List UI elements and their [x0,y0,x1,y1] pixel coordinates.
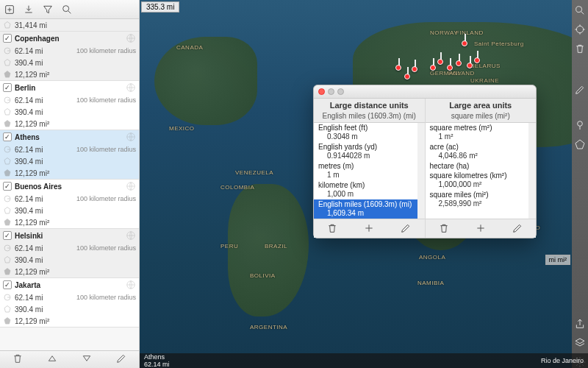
radius-icon [3,46,12,55]
checkbox[interactable]: ✓ [3,231,12,240]
map-label: BELARUS [470,63,501,69]
map-pin[interactable] [395,65,401,71]
map-label: VENEZUELA [235,169,273,176]
add-unit-button[interactable] [363,222,375,236]
checkbox[interactable]: ✓ [3,182,12,191]
map-label: NORWAY [430,29,458,36]
import-down-button[interactable] [22,3,35,16]
unit-item[interactable]: English yards (yd)0.9144028 m [314,142,417,161]
area-value: 12,129 mi² [15,169,49,177]
radius-icon [3,145,12,154]
trash-button[interactable] [574,43,586,54]
delete-unit-button[interactable] [326,222,338,236]
list-item[interactable]: ✓Berlin62.14 mi100 kilometer radius390.4… [0,81,139,130]
minimize-icon[interactable] [328,88,334,95]
column-subtitle: English miles (1609.3m) (mi) [314,112,425,123]
add-location-button[interactable] [3,3,16,16]
perimeter-icon [3,305,12,314]
map-pin[interactable] [462,40,467,46]
perimeter-value: 390.4 mi [15,305,43,314]
pin-tool-button[interactable] [574,119,586,131]
unit-indicator[interactable]: mi mi² [545,255,571,265]
map-pin[interactable] [467,63,473,68]
radius-note: 100 kilometer radius [76,47,136,54]
list-item[interactable]: ✓Athens62.14 mi100 kilometer radius390.4… [0,130,139,180]
unit-item[interactable]: square miles (mi²)2,589,990 m² [426,190,529,209]
radius-icon [3,96,12,105]
edit-unit-button[interactable] [512,222,523,236]
move-down-button[interactable] [81,353,93,367]
radius-value: 62.14 mi [15,195,43,203]
perimeter-icon [3,107,12,116]
zoom-icon[interactable] [337,88,344,95]
zoom-fit-button[interactable] [574,4,586,16]
map-pin[interactable] [404,74,410,79]
list-item[interactable]: ✓Buenos Aires62.14 mi100 kilometer radiu… [0,180,139,229]
unit-item[interactable]: acre (ac)4,046.86 m² [426,142,529,161]
svg-point-29 [578,121,583,127]
share-button[interactable] [574,318,586,330]
globe-icon[interactable] [126,230,136,241]
svg-point-28 [576,26,583,32]
location-list[interactable]: 31,414 mi ✓Copenhagen62.14 mi100 kilomet… [0,19,139,350]
area-value: 12,129 mi² [15,317,49,325]
search-button[interactable] [60,3,74,16]
move-up-button[interactable] [46,353,58,367]
map-pin[interactable] [412,66,417,72]
unit-item[interactable]: English feet (ft)0.3048 m [314,123,417,142]
unit-item[interactable]: square metres (m²)1 m² [426,123,529,142]
svg-marker-9 [4,109,10,116]
area-icon [3,21,12,29]
map-pin[interactable] [437,59,443,65]
edit-unit-button[interactable] [400,222,412,236]
area-icon [3,316,12,325]
layers-button[interactable] [574,337,586,349]
unit-item[interactable]: square kilometres (km²)1,000,000 m² [426,171,529,190]
list-item[interactable]: ✓Helsinki62.14 mi100 kilometer radius390… [0,229,139,278]
perimeter-icon [3,255,12,264]
list-item[interactable]: 31,414 mi [0,19,139,32]
radius-icon [3,194,12,203]
globe-icon[interactable] [126,181,136,191]
checkbox[interactable]: ✓ [3,280,12,289]
globe-icon[interactable] [126,280,136,290]
radius-icon [3,293,12,302]
edit-button[interactable] [115,353,127,367]
globe-icon[interactable] [126,33,136,43]
area-unit-list[interactable]: square metres (m²)1 m²acre (ac)4,046.86 … [426,123,537,219]
map-pin[interactable] [447,65,453,71]
column-title: Large area units [426,99,537,112]
checkbox[interactable]: ✓ [3,83,12,92]
unit-item[interactable]: metres (m)1 m [314,161,417,180]
map-pin[interactable] [474,57,480,63]
unit-item[interactable]: English miles (1609.3m) (mi)1,609.34 m [314,199,417,219]
polygon-tool-button[interactable] [574,138,586,150]
map-label: ARGENTINA [250,324,287,330]
filter-button[interactable] [41,3,54,16]
close-icon[interactable] [318,88,325,95]
svg-marker-17 [4,208,10,214]
delete-button[interactable] [12,353,24,367]
distance-unit-list[interactable]: English feet (ft)0.3048 mEnglish yards (… [314,123,425,219]
checkbox[interactable]: ✓ [3,34,12,43]
list-item[interactable]: ✓Copenhagen62.14 mi100 kilometer radius3… [0,32,139,81]
location-name: Copenhagen [15,35,60,43]
unit-item[interactable]: hectare (ha) [426,161,529,171]
unit-item[interactable]: kilometre (km)1,000 m [314,180,417,199]
dialog-titlebar[interactable] [314,85,536,99]
target-button[interactable] [574,24,586,35]
map-pin[interactable] [456,60,462,66]
globe-icon[interactable] [126,132,136,142]
map-pin[interactable] [430,65,436,71]
delete-unit-button[interactable] [438,222,450,236]
map-view[interactable]: CANADAMEXICOVENEZUELACOLOMBIABRAZILBOLIV… [140,0,588,368]
add-unit-button[interactable] [475,222,487,236]
checkbox[interactable]: ✓ [3,132,12,141]
landmass [154,37,257,125]
list-item[interactable]: ✓Jakarta62.14 mi100 kilometer radius390.… [0,278,139,328]
landmass [228,184,309,316]
globe-icon[interactable] [126,82,136,93]
draw-edit-button[interactable] [574,84,586,96]
svg-marker-13 [4,158,10,165]
map-label: NAMIBIA [417,280,444,286]
